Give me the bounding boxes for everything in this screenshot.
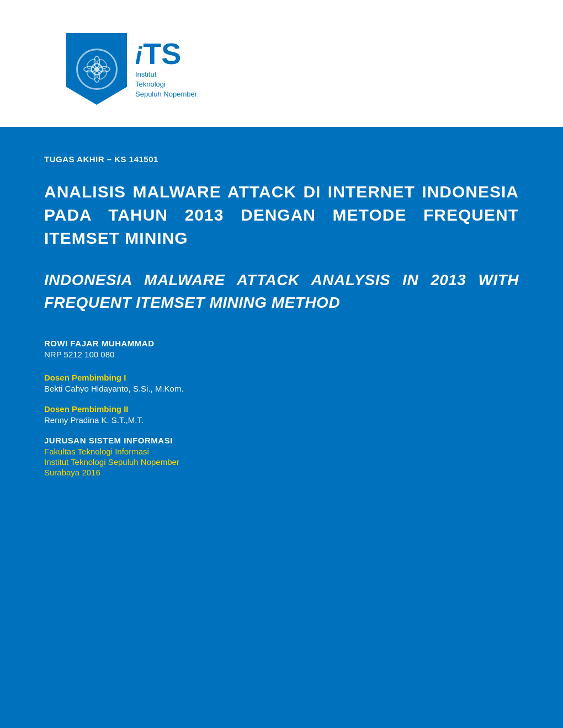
dept-name: JURUSAN SISTEM INFORMASI bbox=[44, 436, 519, 445]
page: i TS Institut Teknologi Sepuluh Nopember… bbox=[0, 0, 563, 728]
logo-subtitle: Institut Teknologi Sepuluh Nopember bbox=[135, 69, 197, 100]
advisor1-name: Bekti Cahyo Hidayanto, S.Si., M.Kom. bbox=[44, 384, 519, 393]
department-section: JURUSAN SISTEM INFORMASI Fakultas Teknol… bbox=[44, 436, 519, 477]
advisor2-label: Dosen Pembimbing II bbox=[44, 404, 519, 414]
its-letters: i TS bbox=[135, 39, 197, 68]
dept-city-year: Surabaya 2016 bbox=[44, 468, 519, 477]
svg-point-1 bbox=[94, 56, 99, 67]
lotus-icon bbox=[82, 54, 112, 84]
svg-point-9 bbox=[94, 67, 99, 71]
dept-institute: Institut Teknologi Sepuluh Nopember bbox=[44, 457, 519, 467]
author-name: ROWI FAJAR MUHAMMAD bbox=[44, 339, 519, 348]
title-english: INDONESIA MALWARE ATTACK ANALYSIS IN 201… bbox=[44, 269, 519, 314]
svg-point-4 bbox=[99, 66, 110, 72]
title-indonesian: ANALISIS MALWARE ATTACK DI INTERNET INDO… bbox=[44, 180, 519, 250]
dept-faculty: Fakultas Teknologi Informasi bbox=[44, 447, 519, 456]
author-nrp: NRP 5212 100 080 bbox=[44, 350, 519, 359]
logo-line2: Teknologi bbox=[135, 79, 197, 89]
svg-point-2 bbox=[94, 71, 99, 82]
course-label: TUGAS AKHIR – KS 141501 bbox=[44, 154, 519, 164]
header-section: i TS Institut Teknologi Sepuluh Nopember bbox=[0, 0, 563, 127]
advisor2-section: Dosen Pembimbing II Renny Pradina K. S.T… bbox=[44, 404, 519, 425]
logo-line3: Sepuluh Nopember bbox=[135, 89, 197, 99]
logo-ts-letters: TS bbox=[143, 39, 181, 68]
logo-line1: Institut bbox=[135, 69, 197, 79]
svg-point-3 bbox=[84, 66, 95, 72]
its-shield-logo bbox=[66, 33, 127, 105]
its-text-logo: i TS Institut Teknologi Sepuluh Nopember bbox=[135, 39, 197, 100]
logo-container: i TS Institut Teknologi Sepuluh Nopember bbox=[66, 33, 197, 105]
advisor1-label: Dosen Pembimbing I bbox=[44, 373, 519, 382]
logo-i-letter: i bbox=[135, 44, 142, 68]
advisor2-name: Renny Pradina K. S.T.,M.T. bbox=[44, 415, 519, 425]
author-section: ROWI FAJAR MUHAMMAD NRP 5212 100 080 bbox=[44, 339, 519, 359]
shield-inner bbox=[76, 49, 118, 90]
advisor1-section: Dosen Pembimbing I Bekti Cahyo Hidayanto… bbox=[44, 373, 519, 393]
main-blue-section: TUGAS AKHIR – KS 141501 ANALISIS MALWARE… bbox=[0, 127, 563, 728]
